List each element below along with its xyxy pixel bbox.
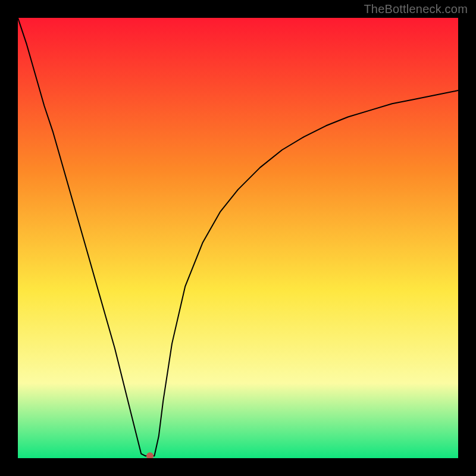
- chart-svg: [18, 18, 458, 458]
- plot-area: [18, 18, 458, 458]
- gradient-background: [18, 18, 458, 458]
- watermark-text: TheBottleneck.com: [364, 2, 468, 16]
- chart-frame: TheBottleneck.com: [0, 0, 476, 476]
